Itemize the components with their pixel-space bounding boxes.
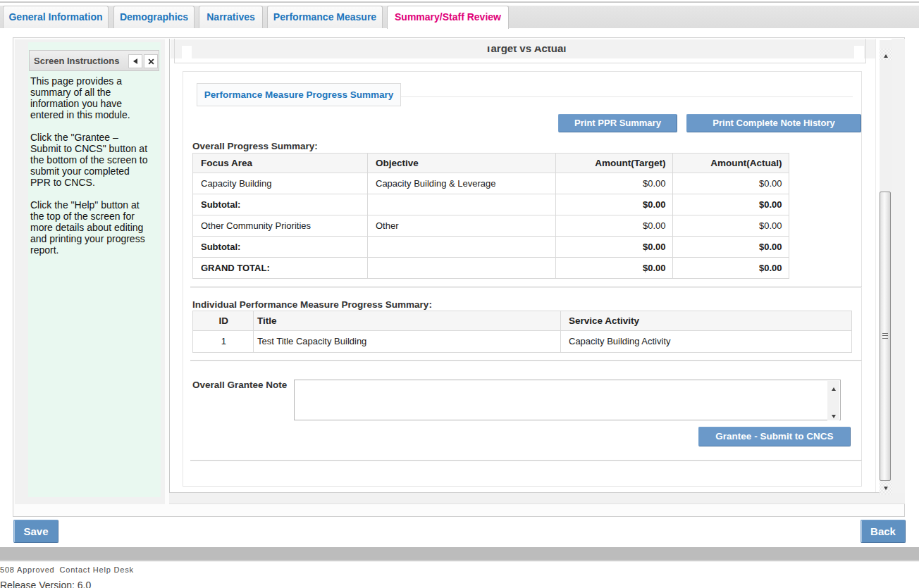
table-header-row: IDTitleService Activity (193, 311, 852, 331)
tab-bar: General InformationDemographicsNarrative… (0, 6, 919, 28)
scrollbar-grip (882, 333, 888, 339)
table-cell (368, 258, 556, 279)
scrollbar-up-button[interactable] (880, 48, 892, 60)
left-arrow-icon (133, 58, 137, 64)
table-cell: Other (368, 215, 556, 237)
save-button[interactable]: Save (13, 520, 58, 543)
clipped-section-border-left (174, 39, 175, 63)
table-row: Other Community PrioritiesOther$0.00$0.0… (193, 215, 789, 237)
down-arrow-icon (884, 487, 888, 490)
table-cell (368, 237, 556, 258)
table-cell: $0.00 (556, 237, 673, 258)
overall-progress-summary-label: Overall Progress Summary: (192, 141, 318, 151)
grantee-submit-to-cncs-button[interactable]: Grantee - Submit to CNCS (698, 427, 851, 446)
overall-progress-summary-table: Focus AreaObjectiveAmount(Target)Amount(… (192, 153, 789, 279)
footer-links: 508 ApprovedContact Help Desk (0, 565, 139, 574)
footer-bar (0, 547, 919, 560)
table-row: Subtotal:$0.00$0.00 (193, 194, 789, 215)
table-cell: Test Title Capacity Building (254, 330, 561, 352)
table-header-row: Focus AreaObjectiveAmount(Target)Amount(… (193, 154, 789, 173)
scrollbar-thumb[interactable] (880, 192, 891, 481)
screen-instructions-panel: Screen Instructions This page provides a… (28, 42, 161, 497)
column-header: Amount(Target) (556, 154, 673, 173)
individual-summary-table: IDTitleService Activity1Test Title Capac… (192, 311, 852, 353)
separator-2 (190, 360, 862, 361)
column-header: Objective (368, 154, 556, 173)
top-hairline (0, 1, 919, 3)
table-cell: $0.00 (673, 215, 789, 237)
tab-general-information[interactable]: General Information (3, 6, 109, 28)
textarea-scroll-down-button[interactable] (827, 408, 839, 420)
table-row: 1Test Title Capacity BuildingCapacity Bu… (193, 330, 852, 352)
tab-narratives[interactable]: Narratives (199, 6, 263, 28)
up-arrow-icon (884, 54, 888, 58)
content-right-edge (875, 39, 876, 493)
column-header: Title (254, 311, 561, 331)
page: General InformationDemographicsNarrative… (0, 0, 919, 588)
individual-summary-label: Individual Performance Measure Progress … (192, 299, 432, 310)
scroll-area: Target vs Actual Performance Measure Pro… (169, 39, 892, 493)
screen-instructions-title: Screen Instructions (34, 56, 119, 66)
screen-instructions-text: This page provides a summary of all the … (30, 75, 152, 267)
table-cell: $0.00 (556, 215, 673, 237)
separator-1 (190, 287, 862, 288)
tab-demographics[interactable]: Demographics (113, 6, 195, 28)
sidebar: Screen Instructions This page provides a… (15, 39, 165, 504)
tab-performance-measure[interactable]: Performance Measure (267, 6, 383, 28)
collapse-instructions-button[interactable] (128, 54, 142, 68)
separator-3 (190, 460, 862, 461)
table-cell: Subtotal: (193, 237, 368, 258)
table-cell: Capacity Building (193, 173, 368, 194)
section-tab-performance-measure-progress-summary[interactable]: Performance Measure Progress Summary (197, 83, 401, 106)
content-box: Screen Instructions This page provides a… (13, 37, 905, 517)
table-cell: $0.00 (556, 258, 673, 279)
footer-line (0, 561, 919, 561)
table-cell: Capacity Building & Leverage (368, 173, 556, 194)
bottom-strip (169, 493, 905, 504)
table-row: GRAND TOTAL:$0.00$0.00 (193, 258, 789, 279)
up-arrow-icon (832, 387, 836, 391)
table-row: Capacity BuildingCapacity Building & Lev… (193, 173, 789, 194)
table-cell: $0.00 (556, 194, 673, 215)
instructions-paragraph: This page provides a summary of all the … (30, 75, 152, 120)
clipped-section-border-bottom (174, 63, 866, 63)
table-cell: Subtotal: (193, 194, 368, 215)
link-contact-help-desk[interactable]: Contact Help Desk (60, 565, 134, 574)
screen-instructions-header: Screen Instructions (29, 50, 159, 71)
table-cell: $0.00 (673, 173, 789, 194)
section-top-rule (401, 96, 853, 97)
table-cell: $0.00 (673, 237, 789, 258)
instructions-paragraph: Click the "Help" button at the top of th… (30, 199, 152, 256)
tab-summary-staff-review[interactable]: Summary/Staff Review (387, 6, 509, 29)
column-header: Service Activity (561, 311, 852, 331)
table-cell: $0.00 (673, 194, 789, 215)
textarea-scroll-up-button[interactable] (827, 381, 839, 393)
table-cell: Capacity Building Activity (561, 330, 852, 352)
table-cell: GRAND TOTAL: (193, 258, 368, 279)
clipped-target-vs-actual-header: Target vs Actual (195, 46, 857, 55)
close-instructions-button[interactable] (144, 54, 158, 68)
right-gutter (892, 39, 905, 493)
instructions-paragraph: Click the "Grantee – Submit to CNCS" but… (30, 132, 152, 188)
table-cell: Other Community Priorities (193, 215, 368, 237)
release-version: Release Version: 6.0 (0, 580, 91, 588)
print-complete-note-history-button[interactable]: Print Complete Note History (686, 114, 861, 132)
column-header: Focus Area (193, 154, 368, 173)
overall-grantee-note-label: Overall Grantee Note (192, 380, 287, 390)
textarea-scrollbar[interactable] (827, 381, 839, 420)
link-508-approved[interactable]: 508 Approved (0, 565, 55, 574)
print-ppr-summary-button[interactable]: Print PPR Summary (558, 114, 677, 132)
vertical-scrollbar[interactable] (880, 40, 892, 495)
table-cell (368, 194, 556, 215)
table-cell: $0.00 (556, 173, 673, 194)
clipped-header-text: Target vs Actual (195, 46, 857, 54)
back-button[interactable]: Back (861, 520, 906, 543)
overall-grantee-note-textarea[interactable] (294, 380, 841, 420)
table-cell: 1 (193, 330, 254, 352)
scrollbar-down-button[interactable] (880, 482, 892, 495)
down-arrow-icon (832, 415, 836, 418)
column-header: ID (193, 311, 254, 331)
close-icon (148, 58, 154, 65)
clipped-section-padding-left (182, 46, 192, 58)
table-row: Subtotal:$0.00$0.00 (193, 237, 789, 258)
